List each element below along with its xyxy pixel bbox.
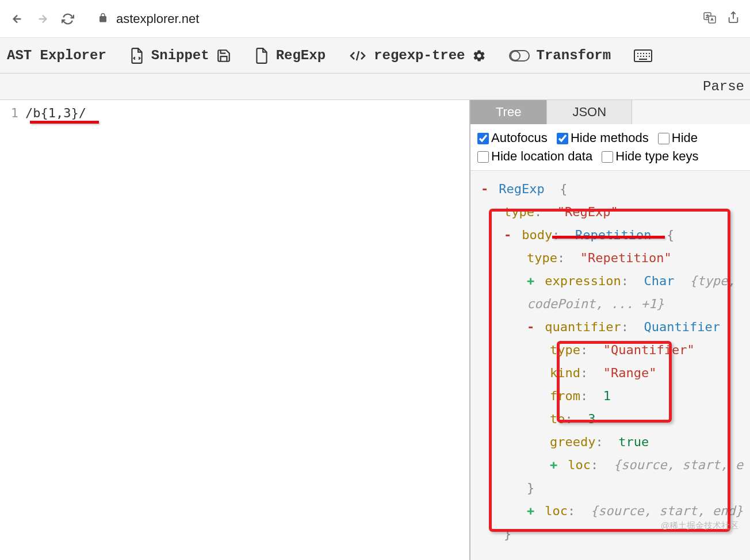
hide-type-keys-option[interactable]: Hide type keys	[602, 149, 698, 163]
ast-tree[interactable]: - RegExp { type: "RegExp" - body: Repeti…	[470, 171, 750, 560]
file-icon	[254, 47, 269, 64]
keyboard-icon	[634, 49, 652, 62]
hide-location-option[interactable]: Hide location data	[477, 149, 592, 163]
subbar: Parse	[0, 74, 750, 100]
browser-bar: astexplorer.net	[0, 0, 750, 38]
ast-panel: Tree JSON Autofocus Hide methods Hide Hi…	[470, 100, 750, 560]
code-editor[interactable]: 1 /b{1,3}/	[0, 100, 470, 560]
hide-empty-option[interactable]: Hide	[658, 131, 698, 145]
tab-json[interactable]: JSON	[547, 100, 632, 124]
code-icon	[349, 48, 367, 63]
gear-icon[interactable]	[472, 49, 486, 63]
parser-menu[interactable]: regexp-tree	[337, 38, 497, 73]
reload-button[interactable]	[61, 12, 75, 26]
transform-menu[interactable]: Transform	[498, 38, 623, 73]
save-icon[interactable]	[216, 48, 231, 63]
url-text[interactable]: astexplorer.net	[116, 11, 199, 26]
keyboard-button[interactable]	[622, 38, 664, 73]
forward-button[interactable]	[36, 12, 49, 26]
panel-tabs: Tree JSON	[470, 100, 750, 124]
hide-methods-option[interactable]: Hide methods	[557, 131, 649, 145]
app-toolbar: AST Explorer Snippet RegExp regexp-tree …	[0, 38, 750, 74]
autofocus-option[interactable]: Autofocus	[477, 131, 548, 145]
snippet-menu[interactable]: Snippet	[118, 38, 243, 73]
lock-icon	[98, 13, 108, 25]
share-icon[interactable]	[727, 11, 740, 27]
watermark: @稀土掘金技术社区	[661, 520, 738, 531]
code-file-icon	[129, 47, 144, 64]
brand[interactable]: AST Explorer	[0, 38, 118, 73]
toggle-icon	[509, 50, 530, 62]
code-line: /b{1,3}/	[25, 106, 86, 120]
tab-tree[interactable]: Tree	[470, 100, 547, 124]
line-number: 1	[0, 106, 25, 120]
translate-icon[interactable]	[703, 11, 717, 27]
panel-options: Autofocus Hide methods Hide Hide locatio…	[470, 124, 750, 171]
back-button[interactable]	[10, 12, 24, 26]
language-menu[interactable]: RegExp	[243, 38, 337, 73]
